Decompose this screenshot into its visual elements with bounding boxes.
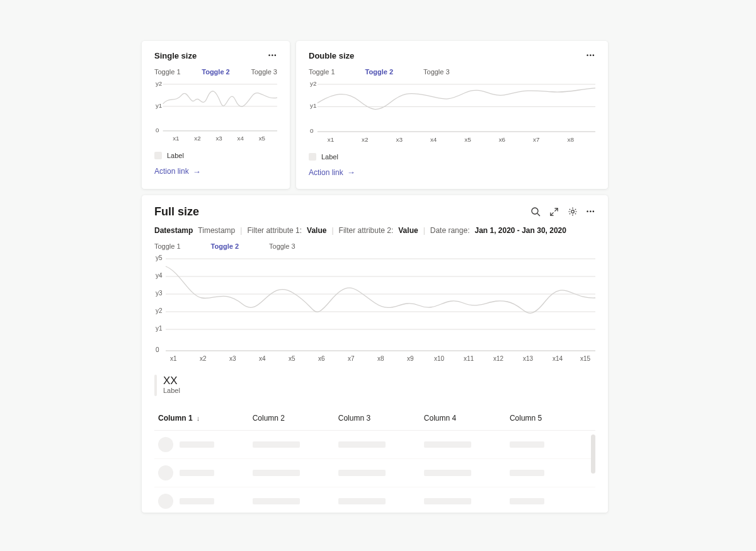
svg-text:x8: x8 (377, 355, 384, 362)
svg-text:x10: x10 (434, 355, 445, 362)
filter-attr-2-label: Filter attribute 2: (339, 226, 394, 235)
date-range-value[interactable]: Jan 1, 2020 - Jan 30, 2020 (474, 226, 566, 235)
toggle-3[interactable]: Toggle 3 (423, 68, 450, 76)
svg-line-28 (551, 212, 554, 215)
svg-line-26 (537, 213, 540, 216)
svg-line-27 (554, 208, 558, 212)
toggle-group: Toggle 1 Toggle 2 Toggle 3 (309, 68, 595, 76)
svg-point-29 (571, 210, 575, 213)
legend-swatch (154, 152, 162, 159)
svg-text:x13: x13 (523, 355, 534, 362)
card-full-title: Full size (154, 205, 199, 219)
toggle-1[interactable]: Toggle 1 (154, 68, 181, 76)
table-row[interactable] (154, 459, 595, 487)
svg-text:x6: x6 (499, 136, 506, 143)
filter-attr-2-value[interactable]: Value (398, 226, 418, 235)
filter-attr-1-value[interactable]: Value (307, 226, 326, 235)
filter-attr-1-label: Filter attribute 1: (247, 226, 302, 235)
toggle-3[interactable]: Toggle 3 (269, 242, 295, 250)
svg-text:x15: x15 (580, 355, 591, 362)
avatar (158, 465, 173, 480)
filter-datestamp[interactable]: Datestamp (154, 226, 193, 235)
column-header-5[interactable]: Column 5 (510, 414, 595, 423)
legend-swatch (309, 153, 316, 161)
svg-point-25 (532, 208, 538, 214)
svg-text:x11: x11 (464, 355, 474, 362)
svg-text:x2: x2 (194, 135, 200, 142)
avatar (158, 437, 173, 452)
svg-text:x4: x4 (238, 135, 244, 142)
card-full: Full size ••• Datestamp Timestamp | Filt… (142, 195, 608, 513)
svg-text:x4: x4 (259, 355, 266, 362)
svg-text:x2: x2 (362, 136, 368, 143)
svg-text:y4: y4 (156, 272, 163, 279)
arrow-right-icon: → (347, 168, 355, 176)
action-link[interactable]: Action link → (309, 168, 355, 177)
svg-text:y1: y1 (156, 325, 163, 332)
toggle-2[interactable]: Toggle 2 (365, 68, 393, 76)
gear-icon[interactable] (568, 207, 578, 217)
toggle-2[interactable]: Toggle 2 (211, 242, 239, 250)
svg-text:0: 0 (156, 346, 159, 353)
legend: Label (309, 153, 595, 161)
toggle-1[interactable]: Toggle 1 (309, 68, 335, 76)
filter-timestamp[interactable]: Timestamp (198, 226, 235, 235)
more-icon[interactable]: ••• (268, 53, 277, 59)
more-icon[interactable]: ••• (587, 209, 595, 215)
search-icon[interactable] (530, 207, 541, 217)
svg-text:x4: x4 (430, 136, 437, 143)
svg-text:x3: x3 (229, 355, 236, 362)
svg-text:y5: y5 (156, 254, 163, 261)
chart-single: y2 y1 0 x1 x2 x3 x4 x5 (154, 78, 277, 145)
arrow-right-icon: → (193, 168, 201, 176)
table-row[interactable] (154, 431, 595, 459)
svg-text:y2: y2 (156, 80, 162, 87)
action-link[interactable]: Action link → (154, 167, 201, 176)
toggle-group: Toggle 1 Toggle 2 Toggle 3 (154, 242, 595, 250)
scrollbar[interactable] (591, 431, 595, 513)
svg-text:x12: x12 (493, 355, 504, 362)
expand-icon[interactable] (549, 207, 559, 217)
svg-text:x2: x2 (200, 355, 207, 362)
stat-accent-bar (154, 375, 157, 396)
svg-text:x3: x3 (396, 136, 403, 143)
svg-text:x5: x5 (464, 136, 471, 143)
svg-text:x7: x7 (533, 136, 539, 143)
stat-block: XX Label (154, 375, 595, 396)
stat-value: XX (163, 375, 180, 387)
svg-text:x1: x1 (170, 355, 177, 362)
column-header-3[interactable]: Column 3 (338, 414, 424, 423)
svg-text:x8: x8 (567, 136, 574, 143)
card-double: Double size ••• Toggle 1 Toggle 2 Toggle… (296, 41, 608, 189)
svg-text:x9: x9 (407, 355, 414, 362)
card-single-title: Single size (154, 51, 197, 60)
column-header-2[interactable]: Column 2 (253, 414, 338, 423)
svg-text:x5: x5 (259, 135, 266, 142)
svg-text:x7: x7 (348, 355, 355, 362)
svg-text:x6: x6 (318, 355, 325, 362)
avatar (158, 494, 173, 509)
table-row[interactable] (154, 487, 595, 513)
toggle-1[interactable]: Toggle 1 (154, 242, 181, 250)
toggle-3[interactable]: Toggle 3 (251, 68, 277, 76)
legend-label: Label (321, 153, 338, 161)
chart-double: y2 y1 0 x1 x2 x3 x4 x5 x6 x7 x8 (309, 78, 595, 147)
stat-label: Label (163, 387, 180, 395)
filter-row: Datestamp Timestamp | Filter attribute 1… (154, 226, 595, 235)
svg-text:x14: x14 (553, 355, 563, 362)
column-header-1[interactable]: Column 1 ↓ (154, 414, 253, 423)
svg-text:y1: y1 (156, 102, 162, 109)
svg-text:y3: y3 (156, 290, 163, 297)
sort-down-icon: ↓ (197, 414, 200, 422)
table-header: Column 1 ↓ Column 2 Column 3 Column 4 Co… (154, 407, 595, 431)
date-range-label: Date range: (430, 226, 470, 235)
column-header-4[interactable]: Column 4 (424, 414, 510, 423)
more-icon[interactable]: ••• (587, 53, 595, 59)
svg-text:x3: x3 (216, 135, 222, 142)
toggle-2[interactable]: Toggle 2 (202, 68, 229, 76)
svg-text:x1: x1 (173, 135, 179, 142)
table-body (154, 431, 595, 513)
svg-text:0: 0 (156, 127, 159, 133)
svg-text:y2: y2 (310, 80, 316, 87)
chart-full: y5 y4 y3 y2 y1 0 x1 x2 x3 x4 x5 x6 x7 x8… (154, 253, 595, 366)
